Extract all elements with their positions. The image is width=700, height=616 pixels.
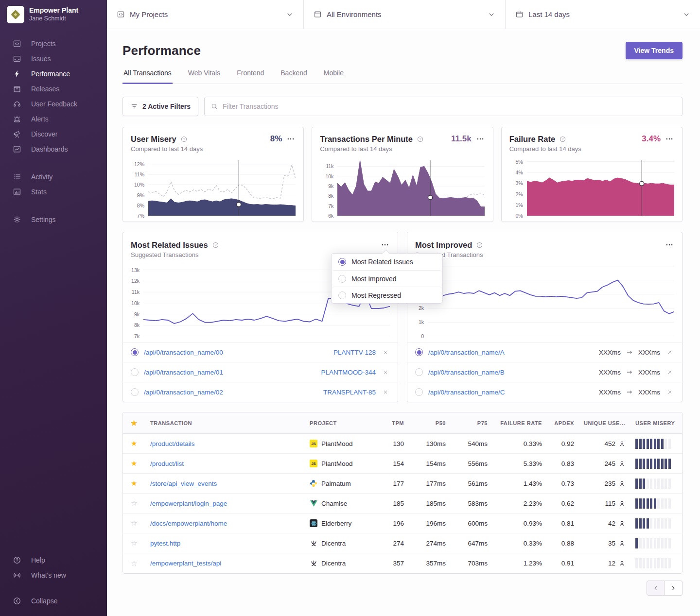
sidebar-item-activity[interactable]: Activity [0, 169, 107, 184]
transaction-link[interactable]: pytest.http [150, 540, 180, 547]
star-header-icon: ★ [123, 419, 145, 428]
column-header-p50[interactable]: P50 [409, 420, 451, 426]
sidebar-item-settings[interactable]: Settings [0, 212, 107, 227]
dismiss-button[interactable] [381, 368, 390, 376]
star-filled-icon[interactable]: ★ [131, 479, 137, 487]
sidebar-item-performance[interactable]: Performance [0, 66, 107, 81]
help-icon[interactable]: ? [212, 241, 219, 249]
tab-mobile[interactable]: Mobile [323, 69, 345, 84]
radio-button[interactable] [131, 348, 139, 356]
dismiss-button[interactable] [381, 388, 390, 396]
card-subtitle: Compared to last 14 days [320, 145, 485, 153]
transaction-link[interactable]: /api/0/transaction_name/C [428, 389, 505, 396]
column-header-tpm[interactable]: TPM [378, 420, 409, 426]
column-header-user-misery[interactable]: USER MISERY [630, 420, 682, 426]
dismiss-button[interactable] [665, 388, 674, 396]
transaction-link[interactable]: /api/0/transaction_name/B [428, 369, 505, 376]
star-outline-icon[interactable]: ☆ [131, 519, 137, 527]
dismiss-button[interactable] [665, 348, 674, 357]
transaction-link[interactable]: /docs/empowerplant/home [150, 520, 227, 527]
help-icon[interactable]: ? [476, 241, 483, 249]
tab-web-vitals[interactable]: Web Vitals [187, 69, 221, 84]
view-trends-button[interactable]: View Trends [626, 42, 682, 59]
column-header-project[interactable]: PROJECT [305, 420, 378, 426]
sidebar-item-dashboards[interactable]: Dashboards [0, 141, 107, 156]
radio-button[interactable] [415, 388, 423, 396]
radio-button[interactable] [338, 275, 346, 283]
transaction-link[interactable]: /api/0/transaction_name/02 [144, 389, 223, 396]
transaction-link[interactable]: /product/details [150, 440, 195, 447]
more-options-button[interactable] [665, 240, 674, 250]
tab-all-transactions[interactable]: All Transactions [122, 69, 173, 84]
svg-text:?: ? [562, 137, 564, 141]
previous-page-button[interactable] [647, 581, 665, 596]
radio-button[interactable] [338, 258, 346, 266]
misery-bar-empty [643, 558, 645, 568]
more-options-button[interactable] [380, 240, 390, 250]
dismiss-button[interactable] [381, 348, 390, 357]
org-user: Jane Schmidt [29, 15, 78, 23]
tab-frontend[interactable]: Frontend [236, 69, 265, 84]
star-outline-icon[interactable]: ☆ [131, 559, 137, 567]
active-filters-button[interactable]: 2 Active Filters [122, 97, 198, 116]
project-name: Chamise [321, 500, 347, 507]
sidebar-item-help[interactable]: Help [0, 552, 107, 567]
transaction-link[interactable]: /api/0/transaction_name/00 [144, 349, 223, 356]
radio-button[interactable] [415, 368, 423, 376]
star-outline-icon[interactable]: ☆ [131, 499, 137, 507]
issue-link[interactable]: TRANSPLANT-85 [323, 389, 376, 396]
transaction-link[interactable]: /api/0/transaction_name/A [428, 349, 505, 356]
star-outline-icon[interactable]: ☆ [131, 539, 137, 547]
sidebar-item-what-s-new[interactable]: What's new [0, 567, 107, 582]
transaction-link[interactable]: /store/api_view_events [150, 480, 217, 487]
radio-button[interactable] [338, 291, 346, 299]
star-filled-icon[interactable]: ★ [131, 459, 137, 467]
more-options-button[interactable] [286, 134, 296, 144]
sidebar-item-collapse[interactable]: Collapse [0, 593, 107, 608]
transaction-link[interactable]: /empowerplant_tests/api [150, 560, 221, 567]
sidebar-item-discover[interactable]: Discover [0, 126, 107, 141]
next-page-button[interactable] [665, 581, 682, 596]
transaction-link[interactable]: /api/0/transaction_name/01 [144, 369, 223, 376]
menu-item-most-improved[interactable]: Most Improved [332, 270, 442, 287]
issue-link[interactable]: PLANTTV-128 [333, 349, 376, 356]
radio-button[interactable] [131, 368, 139, 376]
project-filter-dropdown[interactable]: My Projects [107, 0, 304, 29]
column-header-transaction[interactable]: TRANSACTION [145, 420, 305, 426]
transaction-link[interactable]: /empowerplant/login_page [150, 500, 227, 507]
more-options-button[interactable] [665, 134, 674, 144]
search-input[interactable] [223, 103, 676, 110]
transaction-link[interactable]: /product/list [150, 460, 184, 467]
sidebar-item-issues[interactable]: Issues [0, 51, 107, 66]
sidebar-item-alerts[interactable]: Alerts [0, 111, 107, 126]
org-switcher[interactable]: Empower Plant Jane Schmidt [0, 6, 107, 23]
sidebar-item-stats[interactable]: Stats [0, 184, 107, 199]
p75-cell: 703ms [451, 560, 492, 567]
column-header-unique-users[interactable]: UNIQUE USERS [579, 420, 630, 426]
star-filled-icon[interactable]: ★ [131, 439, 137, 447]
sidebar-item-user-feedback[interactable]: User Feedback [0, 96, 107, 111]
project-name: Palmatum [321, 480, 351, 487]
radio-button[interactable] [131, 388, 139, 396]
sidebar-item-projects[interactable]: Projects [0, 36, 107, 51]
column-header-p75[interactable]: P75 [451, 420, 492, 426]
help-icon[interactable]: ? [417, 136, 424, 143]
sidebar-item-releases[interactable]: Releases [0, 81, 107, 96]
date-range-dropdown[interactable]: Last 14 days [506, 0, 700, 29]
project-cell: JSPlantMood [305, 460, 378, 467]
environment-filter-dropdown[interactable]: All Environments [304, 0, 506, 29]
sidebar-nav: ProjectsIssuesPerformanceReleasesUser Fe… [0, 36, 107, 240]
column-header-failure-rate[interactable]: FAILURE RATE [492, 420, 547, 426]
duration-before: XXXms [599, 389, 621, 396]
more-options-button[interactable] [475, 134, 485, 144]
menu-item-most-related-issues[interactable]: Most Related Issues [332, 254, 442, 270]
issue-link[interactable]: PLANTMOOD-344 [321, 369, 376, 376]
radio-button[interactable] [415, 348, 423, 356]
help-icon[interactable]: ? [180, 136, 188, 143]
help-icon[interactable]: ? [559, 136, 566, 143]
menu-item-most-regressed[interactable]: Most Regressed [332, 287, 442, 303]
tab-backend[interactable]: Backend [280, 69, 308, 84]
column-header-apdex[interactable]: APDEX [547, 420, 579, 426]
card-title: Transactions Per Minute [320, 135, 413, 144]
dismiss-button[interactable] [665, 368, 674, 376]
